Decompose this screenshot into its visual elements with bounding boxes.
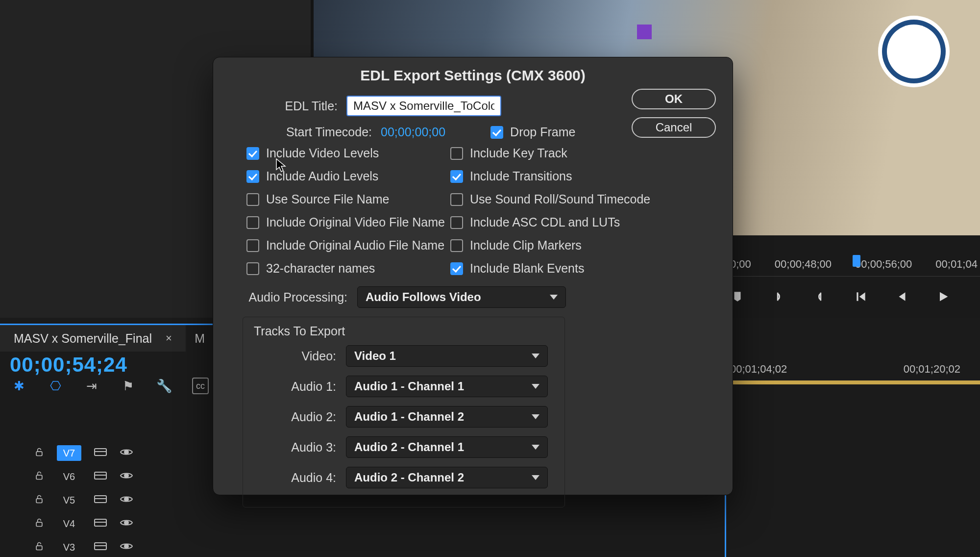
play-icon[interactable]	[936, 289, 951, 304]
sync-lock-icon[interactable]	[94, 518, 107, 530]
sequence-tab-secondary[interactable]: M	[188, 325, 212, 352]
option-include-blank-events[interactable]: Include Blank Events	[450, 261, 651, 276]
close-icon[interactable]: ×	[166, 332, 172, 345]
time-ruler-main[interactable]: 0;00 00;00;48;00 00;00;56;00 00;01;04	[730, 252, 980, 277]
option-use-sound-roll-tc[interactable]: Use Sound Roll/Sound Timecode	[450, 192, 651, 206]
audio-processing-select[interactable]: Audio Follows Video	[357, 286, 566, 308]
svg-point-8	[124, 497, 128, 501]
option-include-asc-cdl-luts[interactable]: Include ASC CDL and LUTs	[450, 215, 651, 229]
tracks-to-export-box: Tracks To Export Video:Video 1Audio 1:Au…	[243, 317, 565, 507]
lock-icon[interactable]	[34, 518, 44, 530]
sequence-tab[interactable]: MASV x Somerville_Final ×	[0, 325, 186, 352]
lock-icon[interactable]	[34, 541, 44, 553]
time-ruler-timeline[interactable]: 00;01;04;02 00;01;20;02	[730, 363, 980, 382]
track-target-button[interactable]: V6	[57, 469, 81, 484]
option-use-source-file-name[interactable]: Use Source File Name	[246, 192, 447, 206]
linked-selection-icon[interactable]: ⎔	[47, 378, 64, 394]
insert-icon[interactable]: ⇥	[83, 378, 100, 394]
track-select[interactable]: Audio 1 - Channel 2	[346, 406, 548, 428]
track-target-button[interactable]: V7	[57, 445, 81, 461]
track-select-label: Audio 1:	[251, 380, 336, 394]
checkbox[interactable]	[450, 193, 463, 206]
checkbox-label: Include Original Video File Name	[266, 215, 445, 229]
track-headers: V7V6V5V4V3	[34, 441, 181, 557]
track-select-value: Audio 2 - Channel 1	[354, 440, 464, 454]
track-select[interactable]: Audio 1 - Channel 1	[346, 376, 548, 397]
sync-lock-icon[interactable]	[94, 494, 107, 506]
toggle-track-output-icon[interactable]	[120, 494, 133, 506]
track-select[interactable]: Audio 2 - Channel 2	[346, 467, 548, 488]
track-target-button[interactable]: V5	[57, 492, 81, 508]
go-to-in-icon[interactable]	[854, 289, 868, 304]
transport-controls	[730, 289, 980, 304]
lock-icon[interactable]	[34, 447, 44, 459]
svg-rect-12	[36, 546, 42, 550]
option-include-orig-video-name[interactable]: Include Original Video File Name	[246, 215, 447, 229]
track-select[interactable]: Video 1	[346, 345, 548, 367]
cancel-button[interactable]: Cancel	[632, 117, 716, 138]
toggle-track-output-icon[interactable]	[120, 518, 133, 530]
start-timecode-label: Start Timecode:	[230, 125, 372, 139]
svg-point-11	[124, 521, 128, 525]
option-include-key-track[interactable]: Include Key Track	[450, 146, 651, 160]
monitor-overlay-block	[637, 25, 652, 39]
lock-icon[interactable]	[34, 471, 44, 482]
start-timecode-value[interactable]: 00;00;00;00	[381, 125, 445, 139]
step-back-icon[interactable]	[895, 289, 909, 304]
toggle-track-output-icon[interactable]	[120, 541, 133, 553]
track-select[interactable]: Audio 2 - Channel 1	[346, 436, 548, 458]
checkbox[interactable]	[450, 147, 463, 160]
option-include-audio-levels[interactable]: Include Audio Levels	[246, 169, 447, 183]
track-target-button[interactable]: V3	[57, 539, 81, 555]
checkbox-label: Include Original Audio File Name	[266, 238, 444, 253]
checkbox[interactable]	[246, 216, 259, 229]
add-marker-icon[interactable]: ⚑	[120, 378, 136, 394]
toggle-track-output-icon[interactable]	[120, 447, 133, 459]
checkbox[interactable]	[450, 170, 463, 183]
captions-icon[interactable]: cc	[192, 378, 209, 394]
track-target-button[interactable]: V4	[57, 516, 81, 532]
step-forward-icon[interactable]	[977, 289, 980, 304]
drop-frame-checkbox[interactable]	[490, 126, 503, 139]
track-select-label: Video:	[251, 349, 336, 363]
checkbox-label: Include Audio Levels	[266, 169, 378, 183]
timeline-tabbar: MASV x Somerville_Final × M	[0, 324, 225, 352]
sync-lock-icon[interactable]	[94, 541, 107, 553]
track-select-label: Audio 3:	[251, 440, 336, 455]
ruler-tick: 00;01;04;02	[730, 363, 787, 382]
option-include-transitions[interactable]: Include Transitions	[450, 169, 651, 183]
track-header-row: V3	[34, 535, 181, 557]
checkbox[interactable]	[246, 170, 259, 183]
playhead-indicator[interactable]	[853, 255, 860, 267]
lock-icon[interactable]	[34, 494, 44, 506]
checkbox[interactable]	[246, 262, 259, 275]
edl-export-dialog: EDL Export Settings (CMX 3600) OK Cancel…	[213, 57, 733, 495]
checkbox[interactable]	[246, 193, 259, 206]
toggle-track-output-icon[interactable]	[120, 471, 133, 482]
snap-icon[interactable]: ✱	[11, 378, 27, 394]
audio-processing-value: Audio Follows Video	[366, 290, 481, 304]
option-include-clip-markers[interactable]: Include Clip Markers	[450, 238, 651, 253]
settings-icon[interactable]: 🔧	[156, 378, 172, 394]
option-include-video-levels[interactable]: Include Video Levels	[246, 146, 447, 160]
chevron-down-icon	[532, 445, 539, 450]
checkbox[interactable]	[246, 147, 259, 160]
option-thirtytwo-char-names[interactable]: 32-character names	[246, 261, 447, 276]
chevron-down-icon	[532, 475, 539, 480]
playhead-timecode[interactable]: 00;00;54;24	[10, 353, 127, 377]
sync-lock-icon[interactable]	[94, 471, 107, 482]
out-point-icon[interactable]	[812, 289, 827, 304]
work-area-bar[interactable]	[730, 380, 980, 384]
checkbox[interactable]	[450, 216, 463, 229]
ok-button[interactable]: OK	[632, 89, 716, 109]
in-point-icon[interactable]	[771, 289, 786, 304]
svg-point-5	[124, 474, 128, 478]
checkbox[interactable]	[450, 239, 463, 252]
edl-title-input[interactable]	[346, 96, 501, 116]
drop-frame-label: Drop Frame	[510, 125, 575, 139]
option-include-orig-audio-name[interactable]: Include Original Audio File Name	[246, 238, 447, 253]
sync-lock-icon[interactable]	[94, 447, 107, 459]
checkbox[interactable]	[450, 262, 463, 275]
track-select-label: Audio 4:	[251, 471, 336, 485]
checkbox[interactable]	[246, 239, 259, 252]
